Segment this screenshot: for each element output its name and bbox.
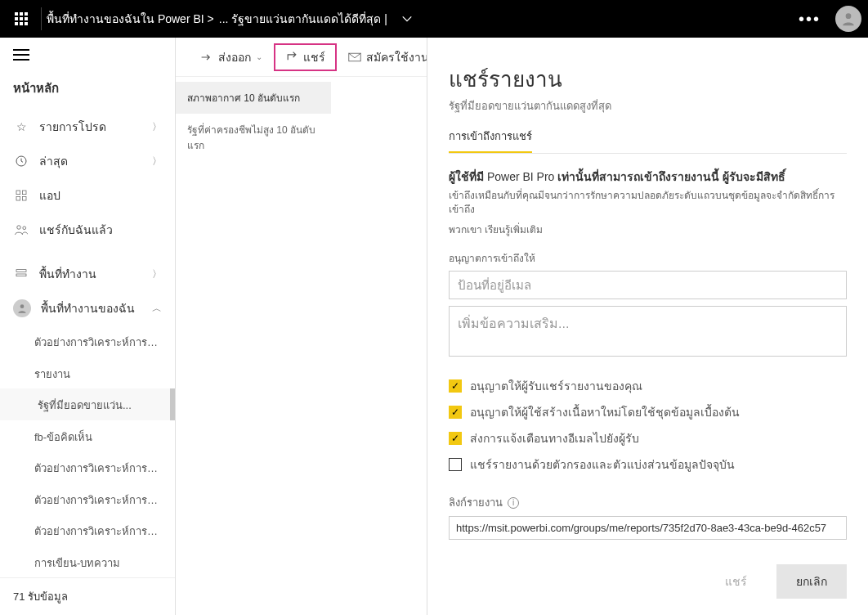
nav-sub-item[interactable]: ตัวอย่างการวิเคราะห์การค้าปลีก... — [0, 325, 175, 357]
star-icon: ☆ — [13, 120, 29, 133]
cancel-button[interactable]: ยกเลิก — [776, 564, 847, 599]
email-input[interactable] — [449, 271, 847, 299]
pro-notice-detail: เข้าถึงเหมือนกับที่คุณมีจนกว่าการรักษาคว… — [449, 189, 847, 217]
report-crumb[interactable]: ... รัฐขายแว่นตากันแดดได้ดีที่สุด | — [219, 10, 387, 28]
nav-sub-item[interactable]: ตัวอย่างการวิเคราะห์การค้าปลีก... — [0, 483, 175, 514]
report-link-input[interactable] — [449, 516, 847, 540]
nav-sub-item[interactable]: รายงาน — [0, 357, 175, 388]
share-button[interactable]: แชร์ — [274, 43, 337, 71]
divider — [41, 7, 42, 30]
user-avatar[interactable] — [835, 6, 861, 32]
nav-heading: หน้าหลัก — [0, 72, 175, 110]
chevron-up-icon: ︿ — [152, 302, 162, 316]
chevron-right-icon: 〉 — [152, 267, 162, 281]
breadcrumb: พื้นที่ทำงานของฉันใน Power BI > ... รัฐข… — [47, 10, 387, 28]
checkbox-send-email[interactable]: ✓ ส่งการแจ้งเตือนทางอีเมลไปยังผู้รับ — [449, 425, 847, 451]
nav-shared[interactable]: แชร์กับฉันแล้ว — [0, 213, 175, 247]
learn-more-link[interactable]: เรียนรู้เพิ่มเติม — [485, 224, 543, 236]
workspace-avatar-icon — [13, 299, 31, 317]
checkbox-icon — [449, 458, 462, 471]
svg-rect-8 — [16, 270, 26, 272]
report-page-tab[interactable]: สภาพอากาศ 10 อันดับแรก — [176, 82, 331, 114]
workspace-icon — [13, 267, 29, 281]
checkbox-label: แชร์รายงานด้วยตัวกรองและตัวแบ่งส่วนข้อมู… — [470, 456, 735, 474]
get-data-footer[interactable]: 71 รับข้อมูล — [0, 577, 175, 615]
share-icon — [285, 51, 298, 64]
content-area: ส่งออก ⌄ แชร์ สมัครใช้งาน สภาพอากาศ 10 อ… — [176, 38, 868, 615]
people-icon — [13, 223, 29, 236]
svg-point-0 — [846, 13, 852, 19]
checkbox-icon: ✓ — [449, 406, 462, 419]
nav-sub-item[interactable]: ตัวอย่างการวิเคราะห์การค้าปลีก... — [0, 514, 175, 545]
nav-sub-item-active[interactable]: รัฐที่มียอดขายแว่น... — [0, 388, 175, 420]
divider — [449, 153, 847, 154]
checkbox-icon: ✓ — [449, 432, 462, 445]
nav-label: พื้นที่ทำงานของฉัน — [41, 299, 135, 317]
message-textarea[interactable] — [449, 306, 847, 357]
report-pages-list: สภาพอากาศ 10 อันดับแรก รัฐที่ค่าครองชีพไ… — [176, 77, 331, 615]
hamburger-icon[interactable] — [0, 38, 175, 72]
top-bar: พื้นที่ทำงานของฉันใน Power BI > ... รัฐข… — [0, 0, 868, 38]
svg-rect-4 — [16, 196, 20, 200]
left-nav: หน้าหลัก ☆ รายการโปรด 〉 ล่าสุด 〉 แอป แชร… — [0, 38, 176, 615]
share-panel: แชร์รายงาน รัฐที่มียอดขายแว่นตากันแดดสูง… — [427, 38, 868, 615]
checkbox-allow-build[interactable]: ✓ อนุญาตให้ผู้ใช้สร้างเนื้อหาใหม่โดยใช้ช… — [449, 399, 847, 425]
subscribe-label: สมัครใช้งาน — [366, 48, 429, 66]
share-label: แชร์ — [303, 48, 325, 66]
subscribe-button[interactable]: สมัครใช้งาน — [340, 43, 437, 71]
grant-access-label: อนุญาตการเข้าถึงให้ — [449, 250, 847, 266]
chevron-right-icon: 〉 — [152, 120, 162, 134]
checkbox-icon: ✓ — [449, 379, 462, 393]
svg-rect-3 — [22, 191, 26, 195]
nav-sub-item[interactable]: ตัวอย่างการวิเคราะห์การค้าปลีก... — [0, 451, 175, 483]
share-panel-subtitle: รัฐที่มียอดขายแว่นตากันแดดสูงที่สุด — [449, 97, 847, 114]
mail-icon — [348, 51, 361, 64]
info-icon[interactable]: i — [508, 497, 519, 509]
nav-recent[interactable]: ล่าสุด 〉 — [0, 144, 175, 178]
svg-rect-2 — [16, 191, 20, 195]
svg-point-6 — [17, 226, 21, 230]
chevron-down-icon: ⌄ — [256, 52, 262, 61]
svg-point-10 — [20, 305, 25, 309]
more-icon[interactable]: ••• — [790, 10, 829, 29]
checkbox-label: ส่งการแจ้งเตือนทางอีเมลไปยังผู้รับ — [470, 429, 639, 447]
nav-label: พื้นที่ทำงาน — [39, 265, 96, 283]
nav-my-workspace[interactable]: พื้นที่ทำงานของฉัน ︿ — [0, 291, 175, 325]
nav-sub-item[interactable]: การเขียน-บทความ — [0, 546, 175, 577]
app-launcher-icon[interactable] — [7, 4, 36, 34]
export-label: ส่งออก — [218, 48, 251, 66]
report-link-label: ลิงก์รายงาน i — [449, 494, 847, 511]
workspace-crumb[interactable]: พื้นที่ทำงานของฉันใน Power BI > — [47, 10, 214, 28]
checkbox-allow-reshare[interactable]: ✓ อนุญาตให้ผู้รับแชร์รายงานของคุณ — [449, 373, 847, 399]
chevron-right-icon: 〉 — [152, 155, 162, 168]
export-icon — [200, 51, 213, 64]
nav-label: แอป — [39, 186, 60, 204]
share-access-tab[interactable]: การเข้าถึงการแชร์ — [449, 128, 532, 154]
checkbox-share-filters[interactable]: แชร์รายงานด้วยตัวกรองและตัวแบ่งส่วนข้อมู… — [449, 451, 847, 478]
nav-favorites[interactable]: ☆ รายการโปรด 〉 — [0, 110, 175, 144]
share-panel-title: แชร์รายงาน — [449, 62, 847, 96]
chevron-down-icon[interactable] — [396, 7, 418, 30]
apps-icon — [13, 189, 29, 202]
checkbox-label: อนุญาตให้ผู้ใช้สร้างเนื้อหาใหม่โดยใช้ชุด… — [470, 403, 740, 421]
export-button[interactable]: ส่งออก ⌄ — [192, 43, 271, 71]
svg-point-7 — [23, 227, 26, 230]
nav-sub-item[interactable]: fb-ข้อคิดเห็น — [0, 420, 175, 451]
report-page-tab[interactable]: รัฐที่ค่าครองชีพไม่สูง 10 อันดับแรก — [176, 114, 331, 161]
clock-icon — [13, 155, 29, 168]
nav-label: ล่าสุด — [39, 152, 68, 170]
svg-rect-5 — [22, 196, 26, 200]
learn-more-line: พวกเขา เรียนรู้เพิ่มเติม — [449, 222, 847, 237]
pro-notice: ผู้ใช้ที่มี Power BI Pro เท่านั้นที่สามา… — [449, 168, 847, 186]
checkbox-label: อนุญาตให้ผู้รับแชร์รายงานของคุณ — [470, 377, 642, 395]
nav-label: แชร์กับฉันแล้ว — [39, 221, 113, 239]
nav-apps[interactable]: แอป — [0, 178, 175, 213]
svg-rect-9 — [16, 274, 26, 276]
nav-label: รายการโปรด — [39, 118, 106, 136]
nav-workspaces[interactable]: พื้นที่ทำงาน 〉 — [0, 257, 175, 291]
share-submit-button[interactable]: แชร์ — [705, 564, 767, 599]
